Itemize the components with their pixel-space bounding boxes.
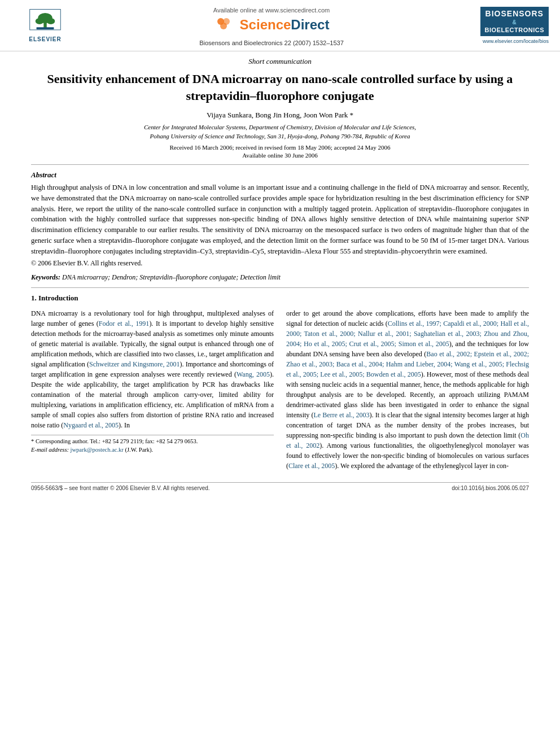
sciencedirect-text: ScienceDirect — [240, 17, 330, 33]
page: ELSEVIER Available online at www.science… — [0, 0, 560, 747]
svg-point-3 — [36, 18, 44, 24]
elsevier-logo-section: ELSEVIER — [11, 7, 79, 42]
header-center: Available online at www.sciencedirect.co… — [79, 7, 464, 46]
svg-rect-5 — [37, 27, 54, 29]
ref-leberre[interactable]: Le Berre et al., 2003 — [313, 411, 369, 419]
email-link[interactable]: jwpark@postech.ac.kr — [71, 447, 124, 453]
sciencedirect-logo: ScienceDirect — [214, 16, 330, 34]
keywords-label: Keywords: — [31, 273, 60, 281]
corresponding-footnote: * Corresponding author. Tel.: +82 54 279… — [31, 438, 274, 446]
ref-collins[interactable]: Collins et al., 1997; Capaldi et al., 20… — [286, 320, 529, 348]
intro-number: 1. — [31, 294, 37, 302]
intro-col-left-text: DNA microarray is a revolutionary tool f… — [31, 308, 274, 430]
authors: Vijaya Sunkara, Bong Jin Hong, Joon Won … — [31, 111, 529, 120]
divider-1 — [31, 164, 529, 165]
journal-info: Biosensors and Bioelectronics 22 (2007) … — [199, 40, 344, 46]
two-col-layout: DNA microarray is a revolutionary tool f… — [31, 308, 529, 475]
header: ELSEVIER Available online at www.science… — [0, 0, 560, 51]
ref-oh[interactable]: Oh et al., 2002 — [286, 431, 529, 449]
intro-col-right-text: order to get around the above complicati… — [286, 308, 529, 471]
ref-fodor[interactable]: Fodor et al., 1991 — [99, 320, 150, 327]
svg-point-8 — [220, 23, 227, 29]
intro-title: Introduction — [38, 294, 78, 302]
keywords-text: DNA microarray; Dendron; Streptavidin–fl… — [62, 273, 281, 281]
sd-icon — [214, 16, 238, 34]
intro-right-para1: order to get around the above complicati… — [286, 308, 529, 471]
affiliation: Center for Integrated Molecular Systems,… — [31, 123, 529, 141]
footer-doi: doi:10.1016/j.bios.2006.05.027 — [452, 485, 529, 491]
paper-title: Sensitivity enhancement of DNA microarra… — [31, 71, 529, 104]
ref-clare[interactable]: Clare et al., 2005 — [288, 462, 335, 470]
abstract-title: Abstract — [31, 171, 529, 180]
affiliation-line1: Center for Integrated Molecular Systems,… — [144, 124, 416, 130]
main-content: Short communication Sensitivity enhancem… — [0, 51, 560, 503]
received-date: Received 16 March 2006; received in revi… — [31, 144, 529, 151]
affiliation-line2: Pohang University of Science and Technol… — [150, 133, 410, 139]
journal-logo: BIOSENSORS & BIOELECTRONICS — [480, 7, 549, 36]
ref-bao[interactable]: Bao et al., 2002; Epstein et al., 2002; … — [286, 350, 529, 378]
col-right: order to get around the above complicati… — [286, 308, 529, 475]
ref-schweitzer[interactable]: Schweitzer and Kingsmore, 2001 — [89, 360, 180, 368]
author-names: Vijaya Sunkara, Bong Jin Hong, Joon Won … — [207, 111, 353, 119]
col-left: DNA microarray is a revolutionary tool f… — [31, 308, 274, 475]
abstract-text: High throughput analysis of DNA in low c… — [31, 182, 529, 256]
abstract-section: Abstract High throughput analysis of DNA… — [31, 171, 529, 268]
elsevier-tree-icon — [25, 7, 65, 35]
ref-wang[interactable]: Wang, 2005 — [237, 370, 270, 378]
elsevier-label: ELSEVIER — [29, 36, 61, 42]
available-date: Available online 30 June 2006 — [31, 152, 529, 159]
email-label: E-mail address: — [31, 447, 71, 453]
svg-point-4 — [47, 18, 55, 24]
copyright: © 2006 Elsevier B.V. All rights reserved… — [31, 259, 529, 268]
available-online-text: Available online at www.sciencedirect.co… — [213, 7, 330, 14]
short-comm-label: Short communication — [31, 57, 529, 66]
keywords: Keywords: DNA microarray; Dendron; Strep… — [31, 273, 529, 282]
intro-left-para1: DNA microarray is a revolutionary tool f… — [31, 308, 274, 430]
email-person: (J.W. Park). — [124, 447, 153, 453]
divider-2 — [31, 287, 529, 288]
bioelectronics-label: BIOELECTRONICS — [485, 27, 544, 34]
email-footnote: E-mail address: jwpark@postech.ac.kr (J.… — [31, 446, 274, 455]
journal-logo-section: BIOSENSORS & BIOELECTRONICS www.elsevier… — [464, 7, 549, 44]
biosensors-label: BIOSENSORS — [485, 9, 544, 19]
footnote-section: * Corresponding author. Tel.: +82 54 279… — [31, 435, 274, 454]
intro-heading: 1. Introduction — [31, 294, 529, 303]
footer-bar: 0956-5663/$ – see front matter © 2006 El… — [31, 482, 529, 491]
footer-issn: 0956-5663/$ – see front matter © 2006 El… — [31, 485, 210, 491]
journal-url: www.elsevier.com/locate/bios — [483, 38, 549, 44]
ref-nygaard[interactable]: Nygaard et al., 2005 — [63, 421, 119, 429]
